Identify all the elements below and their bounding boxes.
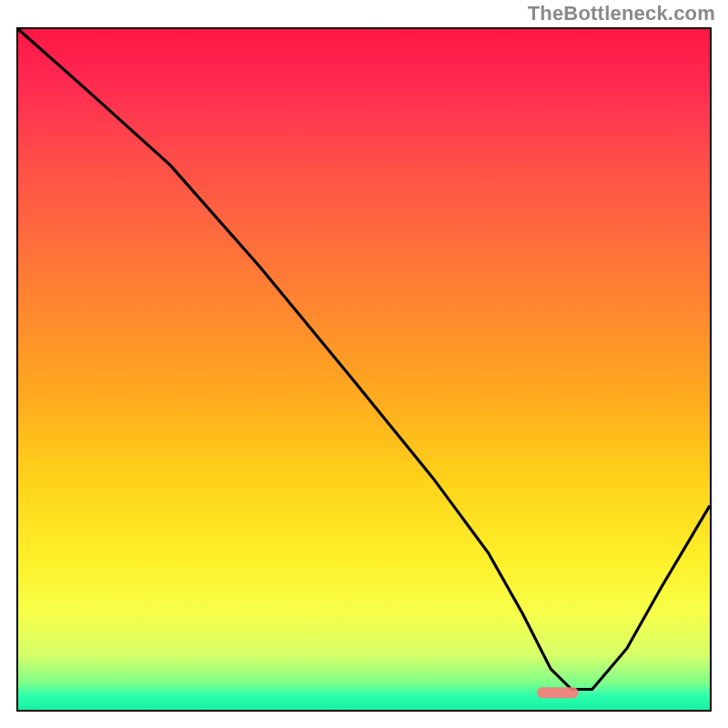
series-curve (18, 29, 710, 690)
watermark-text: TheBottleneck.com (528, 2, 715, 25)
min-marker (537, 687, 579, 698)
chart-container: TheBottleneck.com (0, 0, 728, 728)
plot-area (16, 27, 712, 712)
chart-svg (18, 29, 710, 710)
